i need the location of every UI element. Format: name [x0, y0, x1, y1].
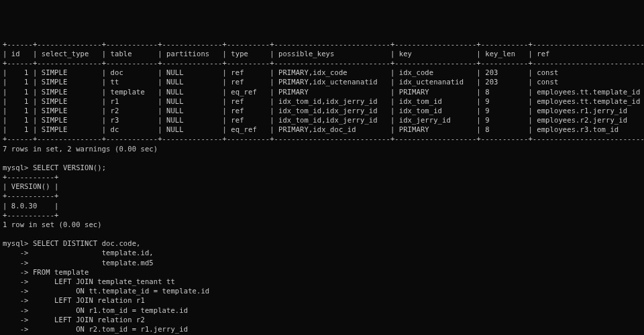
terminal-output: +------+---------------+------------+---…	[3, 40, 641, 335]
